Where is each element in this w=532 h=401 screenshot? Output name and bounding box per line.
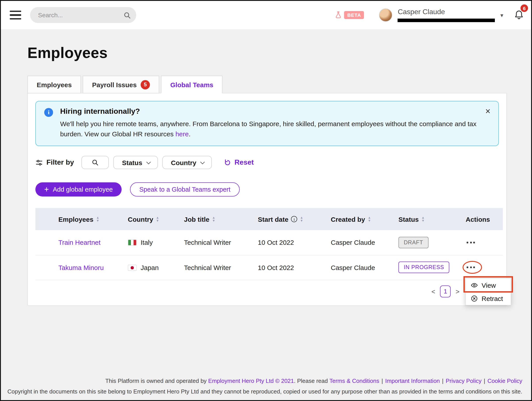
tab-payroll-label: Payroll Issues xyxy=(92,81,137,88)
sort-icon xyxy=(96,216,99,222)
pagination: < 1 > xyxy=(28,285,459,297)
main-content: Employees Employees Payroll Issues 5 Glo… xyxy=(1,44,531,306)
row-actions-button[interactable] xyxy=(466,240,476,245)
column-header-country[interactable]: Country xyxy=(128,215,184,223)
page-title: Employees xyxy=(27,44,531,62)
header-label: Job title xyxy=(184,215,209,223)
privacy-policy-link[interactable]: Privacy Policy xyxy=(446,378,481,384)
menu-item-retract[interactable]: Retract xyxy=(466,292,511,305)
column-header-status[interactable]: Status xyxy=(399,215,466,223)
notification-badge: 6 xyxy=(520,4,528,12)
beta-badge: BETA xyxy=(344,11,364,19)
employee-name-link[interactable]: Train Heartnet xyxy=(58,239,101,246)
separator: | xyxy=(381,378,383,384)
menu-item-retract-label: Retract xyxy=(481,295,503,302)
table-header-row: Employees Country Job title Start date C… xyxy=(35,208,503,230)
start-date-info-icon[interactable] xyxy=(291,216,297,222)
footer-line-1: This Platform is owned and operated by E… xyxy=(1,378,522,384)
global-search[interactable] xyxy=(30,7,136,23)
tab-global-teams-label: Global Teams xyxy=(170,81,213,88)
footer-text: This Platform is owned and operated by xyxy=(105,378,208,384)
header-label: Created by xyxy=(331,215,365,223)
menu-item-view-label: View xyxy=(481,281,496,289)
sort-icon xyxy=(212,216,215,222)
eye-icon xyxy=(470,281,478,289)
retract-icon xyxy=(470,295,478,302)
pagination-next-button[interactable]: > xyxy=(456,287,459,295)
actions-menu: View Retract xyxy=(465,278,511,305)
separator: | xyxy=(442,378,443,384)
tab-employees[interactable]: Employees xyxy=(27,76,81,93)
column-header-created-by[interactable]: Created by xyxy=(331,215,399,223)
reset-label: Reset xyxy=(234,158,254,166)
banner-body: We'll help you hire remote teams, anywhe… xyxy=(60,119,477,139)
country-filter-dropdown[interactable]: Country xyxy=(162,156,212,169)
notification-bell-icon[interactable]: 6 xyxy=(514,10,524,20)
country-filter-label: Country xyxy=(171,159,196,166)
filter-row: Filter by Status Country Reset xyxy=(35,156,499,169)
status-filter-dropdown[interactable]: Status xyxy=(113,156,158,169)
reset-filters-button[interactable]: Reset xyxy=(224,158,254,166)
menu-item-view[interactable]: View xyxy=(466,278,511,292)
table-row: Takuma Minoru Japan Technical Writer 10 … xyxy=(35,255,503,280)
start-date: 10 Oct 2022 xyxy=(258,255,331,280)
add-global-employee-button[interactable]: Add global employee xyxy=(35,182,122,196)
flask-icon xyxy=(335,11,342,19)
search-input[interactable] xyxy=(37,11,123,19)
global-teams-panel: Hiring internationally? We'll help you h… xyxy=(27,93,507,306)
created-by: Casper Claude xyxy=(331,230,399,255)
speak-to-expert-button[interactable]: Speak to a Global Teams expert xyxy=(130,182,240,196)
italy-flag-icon xyxy=(128,240,137,246)
avatar[interactable] xyxy=(379,8,393,22)
pagination-page-1-button[interactable]: 1 xyxy=(440,285,451,297)
global-hr-resources-link[interactable]: here xyxy=(175,130,189,137)
row-actions-button[interactable] xyxy=(466,265,476,270)
table-row: Train Heartnet Italy Technical Writer 10… xyxy=(35,230,503,255)
footer: This Platform is owned and operated by E… xyxy=(1,378,531,395)
user-menu-chevron-icon[interactable]: ▾ xyxy=(500,12,503,18)
sort-icon xyxy=(156,216,159,222)
country-label: Italy xyxy=(141,239,153,246)
header-label: Actions xyxy=(466,215,490,223)
redacted-email xyxy=(398,19,495,22)
reset-icon xyxy=(224,159,231,166)
japan-flag-icon xyxy=(128,265,137,271)
filter-icon xyxy=(35,159,43,166)
chevron-down-icon xyxy=(146,160,151,164)
column-header-actions: Actions xyxy=(466,215,503,223)
column-header-job-title[interactable]: Job title xyxy=(184,215,258,223)
tab-employees-label: Employees xyxy=(37,81,72,88)
cookie-policy-link[interactable]: Cookie Policy xyxy=(487,378,522,384)
column-header-start-date[interactable]: Start date xyxy=(258,215,331,223)
sort-icon xyxy=(300,216,303,222)
search-icon xyxy=(123,11,131,19)
tab-payroll-issues[interactable]: Payroll Issues 5 xyxy=(83,76,159,93)
beta-indicator: BETA xyxy=(335,11,364,19)
employment-hero-link[interactable]: Employment Hero Pty Ltd © 2021 xyxy=(208,378,294,384)
column-header-employees[interactable]: Employees xyxy=(58,215,128,223)
job-title: Technical Writer xyxy=(184,255,258,280)
chevron-down-icon xyxy=(200,160,205,164)
pagination-prev-button[interactable]: < xyxy=(431,287,435,295)
search-icon xyxy=(92,159,99,166)
employee-name-link[interactable]: Takuma Minoru xyxy=(58,264,104,271)
filter-search-button[interactable] xyxy=(81,156,109,169)
tab-global-teams[interactable]: Global Teams xyxy=(161,76,223,93)
important-information-link[interactable]: Important Information xyxy=(385,378,440,384)
banner-title: Hiring internationally? xyxy=(60,107,477,116)
header-label: Start date xyxy=(258,215,288,223)
employees-table: Employees Country Job title Start date C… xyxy=(35,208,503,280)
separator: | xyxy=(484,378,485,384)
footer-line-2: Copyright in the documents on this site … xyxy=(1,388,522,395)
country-label: Japan xyxy=(141,264,159,271)
info-banner: Hiring internationally? We'll help you h… xyxy=(35,101,499,146)
add-global-employee-label: Add global employee xyxy=(53,186,113,193)
filter-by-label: Filter by xyxy=(46,158,74,166)
status-badge: IN PROGRESS xyxy=(399,262,449,273)
banner-close-icon[interactable] xyxy=(484,105,492,117)
hamburger-menu-icon[interactable] xyxy=(10,11,21,19)
terms-conditions-link[interactable]: Terms & Conditions xyxy=(329,378,379,384)
user-name: Casper Claude xyxy=(398,8,497,16)
info-icon xyxy=(44,108,53,117)
header-label: Country xyxy=(128,215,153,223)
